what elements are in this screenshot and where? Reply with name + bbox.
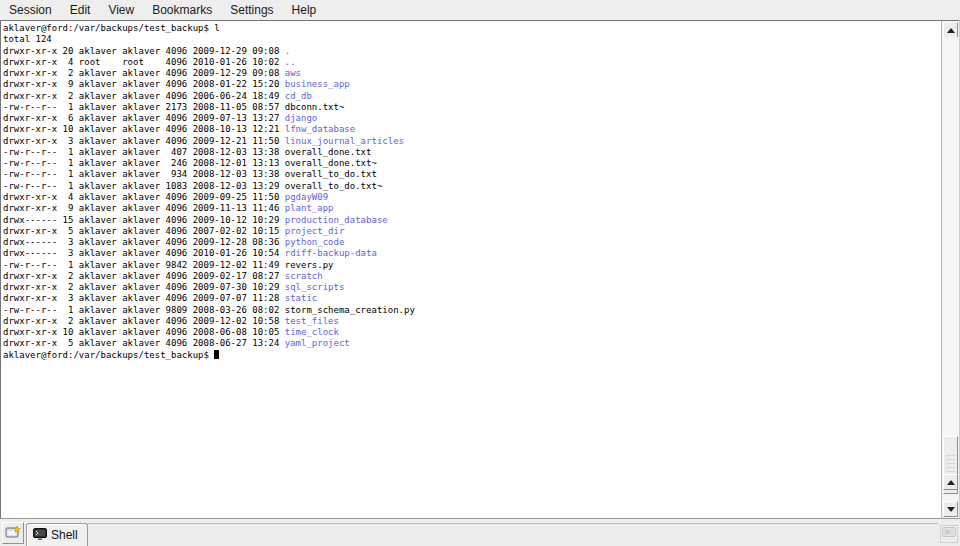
terminal-line: -rw-r--r-- 1 aklaver aklaver 9842 2009-1… xyxy=(3,260,942,271)
terminal-text: drwxr-xr-x 9 aklaver aklaver 4096 2008-0… xyxy=(3,79,285,89)
terminal-text: drwx------ 3 aklaver aklaver 4096 2010-0… xyxy=(3,248,285,258)
terminal-text: drwxr-xr-x 3 aklaver aklaver 4096 2009-1… xyxy=(3,136,285,146)
terminal-text: -rw-r--r-- 1 aklaver aklaver 9842 2009-1… xyxy=(3,260,285,270)
terminal-text: -rw-r--r-- 1 aklaver aklaver 2173 2008-1… xyxy=(3,102,285,112)
directory-name: business_app xyxy=(285,79,350,89)
terminal-line: -rw-r--r-- 1 aklaver aklaver 2173 2008-1… xyxy=(3,102,942,113)
terminal-output[interactable]: aklaver@ford:/var/backups/test_backup$ l… xyxy=(1,21,942,518)
menu-session[interactable]: Session xyxy=(0,1,61,19)
directory-name: static xyxy=(285,293,318,303)
menu-bookmarks[interactable]: Bookmarks xyxy=(143,1,221,19)
arrow-up-icon xyxy=(947,480,955,485)
terminal-text: drwxr-xr-x 2 aklaver aklaver 4096 2006-0… xyxy=(3,91,285,101)
terminal-text: drwxr-xr-x 5 aklaver aklaver 4096 2007-0… xyxy=(3,226,285,236)
terminal-line: drwxr-xr-x 9 aklaver aklaver 4096 2009-1… xyxy=(3,203,942,214)
terminal-text: drwxr-xr-x 2 aklaver aklaver 4096 2009-1… xyxy=(3,68,285,78)
directory-name: . xyxy=(285,46,290,56)
terminal-text: -rw-r--r-- 1 aklaver aklaver 246 2008-12… xyxy=(3,158,285,168)
terminal-line: -rw-r--r-- 1 aklaver aklaver 407 2008-12… xyxy=(3,147,942,158)
arrow-up-icon xyxy=(947,28,955,33)
scrollbar-track[interactable] xyxy=(943,37,958,474)
tab-bar: Shell xyxy=(0,519,960,546)
directory-name: time_clock xyxy=(285,327,339,337)
directory-name: pgdayW09 xyxy=(285,192,328,202)
terminal-text: storm_schema_creation.py xyxy=(285,305,415,315)
terminal-line: drwxr-xr-x 4 aklaver aklaver 4096 2009-0… xyxy=(3,192,942,203)
tab-shell[interactable]: Shell xyxy=(26,523,88,546)
terminal-text: drwxr-xr-x 4 root root 4096 2010-01-26 1… xyxy=(3,57,285,67)
menu-edit[interactable]: Edit xyxy=(61,1,100,19)
terminal-text: drwxr-xr-x 2 aklaver aklaver 4096 2009-0… xyxy=(3,271,285,281)
menu-help[interactable]: Help xyxy=(283,1,326,19)
close-session-button xyxy=(940,525,958,543)
scroll-down-button[interactable] xyxy=(943,501,958,517)
new-session-button[interactable] xyxy=(2,522,24,544)
terminal-text: drwxr-xr-x 6 aklaver aklaver 4096 2009-0… xyxy=(3,113,285,123)
scroll-up-button-bottom[interactable] xyxy=(943,474,958,490)
terminal-line: drwx------ 3 aklaver aklaver 4096 2009-1… xyxy=(3,237,942,248)
terminal-text: drwxr-xr-x 20 aklaver aklaver 4096 2009-… xyxy=(3,46,285,56)
terminal-text: dbconn.txt~ xyxy=(285,102,345,112)
terminal-line: drwx------ 3 aklaver aklaver 4096 2010-0… xyxy=(3,248,942,259)
terminal-line: drwxr-xr-x 5 aklaver aklaver 4096 2007-0… xyxy=(3,226,942,237)
directory-name: python_code xyxy=(285,237,345,247)
terminal-line: drwxr-xr-x 3 aklaver aklaver 4096 2009-1… xyxy=(3,136,942,147)
directory-name: django xyxy=(285,113,318,123)
terminal-text: drwxr-xr-x 2 aklaver aklaver 4096 2009-1… xyxy=(3,316,285,326)
directory-name: production_database xyxy=(285,215,388,225)
new-session-icon xyxy=(5,525,21,542)
terminal-text: total 124 xyxy=(3,34,52,44)
terminal-line: total 124 xyxy=(3,34,942,45)
terminal-text: -rw-r--r-- 1 aklaver aklaver 1083 2008-1… xyxy=(3,181,285,191)
terminal-text: drwxr-xr-x 3 aklaver aklaver 4096 2009-0… xyxy=(3,293,285,303)
terminal-line: drwxr-xr-x 2 aklaver aklaver 4096 2006-0… xyxy=(3,91,942,102)
terminal-text: overall_done.txt xyxy=(285,147,372,157)
menu-settings[interactable]: Settings xyxy=(221,1,282,19)
terminal-text: drwxr-xr-x 9 aklaver aklaver 4096 2009-1… xyxy=(3,203,285,213)
directory-name: project_dir xyxy=(285,226,345,236)
terminal-text: drwx------ 15 aklaver aklaver 4096 2009-… xyxy=(3,215,285,225)
scrollbar[interactable] xyxy=(941,21,959,518)
terminal-line: -rw-r--r-- 1 aklaver aklaver 246 2008-12… xyxy=(3,158,942,169)
terminal-line: -rw-r--r-- 1 aklaver aklaver 934 2008-12… xyxy=(3,169,942,180)
terminal-line: drwxr-xr-x 10 aklaver aklaver 4096 2008-… xyxy=(3,327,942,338)
terminal-text: overall_to_do.txt xyxy=(285,169,377,179)
terminal-line: drwxr-xr-x 4 root root 4096 2010-01-26 1… xyxy=(3,57,942,68)
terminal-text: -rw-r--r-- 1 aklaver aklaver 407 2008-12… xyxy=(3,147,285,157)
directory-name: .. xyxy=(285,57,296,67)
arrow-down-icon xyxy=(947,507,955,512)
terminal-cursor xyxy=(214,350,219,359)
terminal-text: drwxr-xr-x 4 aklaver aklaver 4096 2009-0… xyxy=(3,192,285,202)
terminal-text: drwxr-xr-x 10 aklaver aklaver 4096 2008-… xyxy=(3,124,285,134)
scroll-up-button[interactable] xyxy=(943,22,958,38)
thumb-grip xyxy=(946,455,955,473)
directory-name: plant_app xyxy=(285,203,334,213)
directory-name: rdiff-backup-data xyxy=(285,248,377,258)
terminal-line: drwxr-xr-x 9 aklaver aklaver 4096 2008-0… xyxy=(3,79,942,90)
terminal-text: drwx------ 3 aklaver aklaver 4096 2009-1… xyxy=(3,237,285,247)
terminal-line: drwxr-xr-x 5 aklaver aklaver 4096 2008-0… xyxy=(3,338,942,349)
terminal-text: aklaver@ford:/var/backups/test_backup$ xyxy=(3,350,214,360)
terminal-text: -rw-r--r-- 1 aklaver aklaver 9809 2008-0… xyxy=(3,305,285,315)
terminal-text: aklaver@ford:/var/backups/test_backup$ l xyxy=(3,23,220,33)
menu-view[interactable]: View xyxy=(99,1,143,19)
directory-name: lfnw_database xyxy=(285,124,355,134)
directory-name: cd_db xyxy=(285,91,312,101)
terminal-line: drwxr-xr-x 2 aklaver aklaver 4096 2009-1… xyxy=(3,316,942,327)
terminal-text: overall_done.txt~ xyxy=(285,158,377,168)
directory-name: aws xyxy=(285,68,301,78)
terminal-text: drwxr-xr-x 10 aklaver aklaver 4096 2008-… xyxy=(3,327,285,337)
konsole-window: SessionEditViewBookmarksSettingsHelp akl… xyxy=(0,0,960,546)
directory-name: test_files xyxy=(285,316,339,326)
terminal-line: -rw-r--r-- 1 aklaver aklaver 1083 2008-1… xyxy=(3,181,942,192)
terminal-line: drwx------ 15 aklaver aklaver 4096 2009-… xyxy=(3,215,942,226)
terminal-line: drwxr-xr-x 10 aklaver aklaver 4096 2008-… xyxy=(3,124,942,135)
terminal-text: -rw-r--r-- 1 aklaver aklaver 934 2008-12… xyxy=(3,169,285,179)
terminal-line: -rw-r--r-- 1 aklaver aklaver 9809 2008-0… xyxy=(3,305,942,316)
terminal-text: revers.py xyxy=(285,260,334,270)
terminal-line: drwxr-xr-x 3 aklaver aklaver 4096 2009-0… xyxy=(3,293,942,304)
menu-bar: SessionEditViewBookmarksSettingsHelp xyxy=(0,0,960,20)
directory-name: scratch xyxy=(285,271,323,281)
terminal-text: drwxr-xr-x 2 aklaver aklaver 4096 2009-0… xyxy=(3,282,285,292)
close-session-icon xyxy=(942,527,956,542)
